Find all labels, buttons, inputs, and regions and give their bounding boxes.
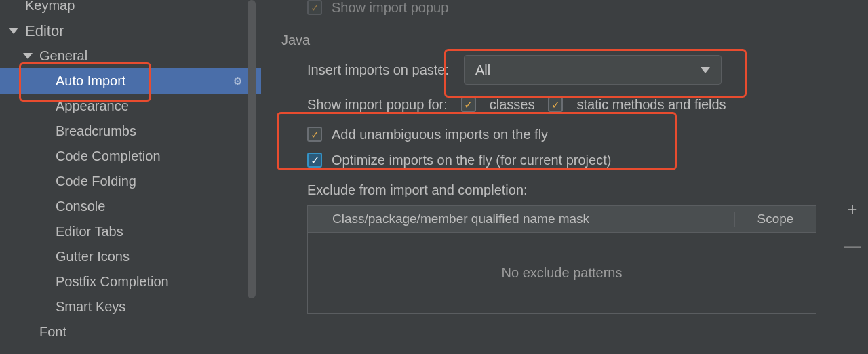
add-unambiguous-label: Add unambiguous imports on the fly bbox=[332, 127, 548, 142]
sidebar-item-gutter-icons[interactable]: Gutter Icons bbox=[0, 244, 261, 269]
remove-pattern-button[interactable]: — bbox=[843, 236, 862, 255]
sidebar-item-breadcrumbs[interactable]: Breadcrumbs bbox=[0, 119, 261, 144]
no-patterns-label: No exclude patterns bbox=[502, 265, 623, 281]
optimize-imports-checkbox[interactable] bbox=[307, 153, 322, 168]
exclude-label: Exclude from import and completion: bbox=[307, 182, 528, 198]
add-pattern-button[interactable]: ＋ bbox=[843, 199, 862, 218]
col-class: Class/package/member qualified name mask bbox=[308, 212, 734, 227]
settings-sidebar: Keymap Editor General Auto Import ⚙ Appe… bbox=[0, 0, 261, 354]
show-import-popup-label: Show import popup bbox=[332, 0, 448, 16]
sidebar-item-auto-import[interactable]: Auto Import ⚙ bbox=[0, 68, 261, 94]
add-unambiguous-checkbox[interactable] bbox=[307, 127, 322, 142]
classes-checkbox[interactable] bbox=[461, 97, 476, 112]
static-methods-label: static methods and fields bbox=[576, 97, 726, 113]
show-import-for-label: Show import popup for: bbox=[307, 97, 448, 113]
static-methods-checkbox[interactable] bbox=[548, 97, 563, 112]
sidebar-item-code-completion[interactable]: Code Completion bbox=[0, 144, 261, 169]
java-section-title: Java bbox=[281, 33, 848, 48]
sidebar-item-appearance[interactable]: Appearance bbox=[0, 94, 261, 119]
insert-imports-value: All bbox=[475, 62, 490, 78]
sidebar-item-postfix-completion[interactable]: Postfix Completion bbox=[0, 269, 261, 294]
insert-imports-combo[interactable]: All bbox=[464, 55, 722, 85]
sidebar-item-smart-keys[interactable]: Smart Keys bbox=[0, 294, 261, 319]
insert-imports-label: Insert imports on paste: bbox=[307, 62, 449, 78]
exclude-table-body: No exclude patterns bbox=[307, 233, 816, 314]
sidebar-item-general[interactable]: General bbox=[0, 43, 261, 68]
settings-gear-icon: ⚙ bbox=[233, 75, 242, 87]
sidebar-item-console[interactable]: Console bbox=[0, 194, 261, 219]
chevron-down-icon bbox=[701, 67, 710, 73]
sidebar-item-font[interactable]: Font bbox=[0, 319, 261, 345]
exclude-table-header: Class/package/member qualified name mask… bbox=[307, 205, 816, 233]
sidebar-item-keymap[interactable]: Keymap bbox=[0, 0, 261, 18]
classes-label: classes bbox=[490, 97, 535, 113]
sidebar-item-code-folding[interactable]: Code Folding bbox=[0, 169, 261, 194]
table-side-buttons: ＋ — bbox=[841, 199, 864, 255]
sidebar-item-editor-tabs[interactable]: Editor Tabs bbox=[0, 219, 261, 244]
settings-content: Show import popup Java Insert imports on… bbox=[261, 0, 868, 354]
show-import-popup-checkbox[interactable] bbox=[307, 0, 322, 15]
optimize-imports-label: Optimize imports on the fly (for current… bbox=[332, 153, 611, 168]
col-scope: Scope bbox=[734, 212, 816, 227]
sidebar-item-editor[interactable]: Editor bbox=[0, 18, 261, 43]
